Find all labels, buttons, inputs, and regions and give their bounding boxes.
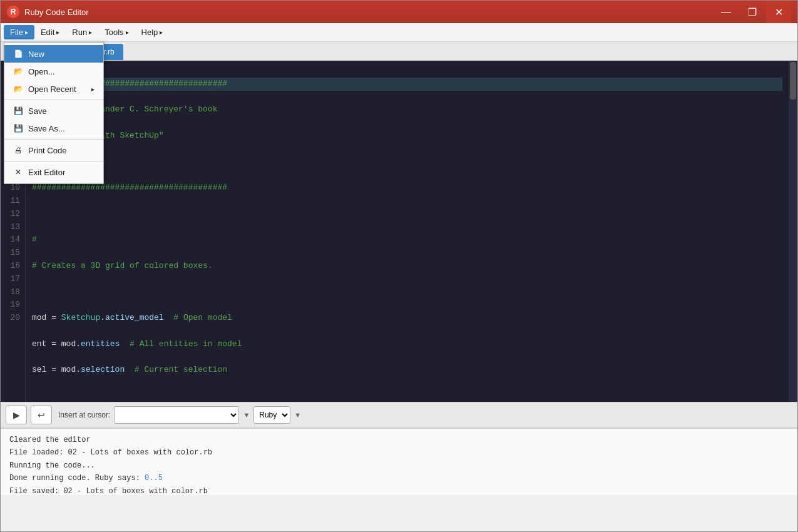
menu-open-recent[interactable]: 📂 Open Recent ▸ <box>4 80 103 98</box>
menu-help[interactable]: Help ▸ <box>135 25 170 39</box>
status-line-5: File saved: 02 - Lots of boxes with colo… <box>9 485 789 495</box>
open-recent-icon: 📂 <box>13 84 23 94</box>
menu-save-as-label: Save As... <box>28 124 65 133</box>
insert-select[interactable] <box>114 406 239 424</box>
menu-tools[interactable]: Tools ▸ <box>98 25 135 39</box>
status-line-3: Running the code... <box>9 459 789 472</box>
menu-save-label: Save <box>28 106 47 116</box>
insert-label: Insert at cursor: <box>58 411 110 419</box>
menu-help-arrow: ▸ <box>160 29 163 36</box>
menu-tools-label: Tools <box>105 28 123 37</box>
exit-icon: ✕ <box>13 167 23 177</box>
menu-help-label: Help <box>141 28 158 37</box>
line-num-16: 16 <box>6 260 20 273</box>
tab-bar: 02 - Lots of boxes with color.rb <box>1 42 797 61</box>
line-num-14: 14 <box>6 233 20 247</box>
menu-exit-label: Exit Editor <box>28 168 65 177</box>
main-window: R Ruby Code Editor — ❐ ✕ File ▸ Edit ▸ R… <box>0 0 798 532</box>
menu-save-as[interactable]: 💾 Save As... <box>4 120 103 137</box>
code-line-top4: ######################################## <box>32 182 782 195</box>
scrollbar-thumb[interactable] <box>790 62 796 100</box>
menu-exit[interactable]: ✕ Exit Editor <box>4 163 103 181</box>
separator-3 <box>4 161 103 161</box>
menu-edit[interactable]: Edit ▸ <box>34 25 66 39</box>
code-line-8: # Creates a 3D grid of colored boxes. <box>32 260 782 273</box>
open-recent-arrow: ▸ <box>91 86 95 93</box>
file-dropdown: 📄 New 📂 Open... 📂 Open Recent ▸ 💾 Save 💾… <box>4 42 104 184</box>
menu-run-label: Run <box>72 28 87 37</box>
menu-file-arrow: ▸ <box>25 29 28 36</box>
code-line-blank2 <box>32 208 782 221</box>
menu-bar: File ▸ Edit ▸ Run ▸ Tools ▸ Help ▸ 📄 New… <box>1 23 797 42</box>
new-icon: 📄 <box>13 49 23 59</box>
line-num-11: 11 <box>6 195 20 208</box>
status-line-4: Done running code. Ruby says: 0..5 <box>9 472 789 484</box>
language-dropdown-arrow: ▼ <box>294 411 301 419</box>
print-icon: 🖨 <box>13 145 23 155</box>
menu-open[interactable]: 📂 Open... <box>4 63 103 80</box>
line-num-13: 13 <box>6 221 20 234</box>
separator-1 <box>4 100 103 100</box>
menu-edit-label: Edit <box>41 28 54 37</box>
menu-open-label: Open... <box>28 67 55 76</box>
window-title: Ruby Code Editor <box>24 8 714 17</box>
title-bar: R Ruby Code Editor — ❐ ✕ <box>1 1 797 23</box>
line-num-12: 12 <box>6 208 20 221</box>
toolbar: ▶ ↩ Insert at cursor: ▼ Ruby ▼ <box>1 402 797 428</box>
code-line-top2: mple from Alexander C. Schreyer's book <box>32 103 782 116</box>
code-editor[interactable]: ########################################… <box>26 61 789 402</box>
code-line-13 <box>32 390 782 402</box>
code-line-top3: tural Design with SketchUp" <box>32 130 782 143</box>
separator-2 <box>4 139 103 140</box>
ruby-output-link[interactable]: 0..5 <box>145 474 163 483</box>
menu-open-recent-label: Open Recent <box>28 84 76 94</box>
run-icon: ▶ <box>13 410 20 420</box>
window-controls: — ❐ ✕ <box>714 1 791 23</box>
menu-new-label: New <box>28 49 44 59</box>
undo-button[interactable]: ↩ <box>31 406 52 424</box>
editor-container: 7 8 9 10 11 12 13 14 15 16 17 18 19 20 #… <box>1 61 797 402</box>
menu-new[interactable]: 📄 New <box>4 45 103 63</box>
maximize-button[interactable]: ❐ <box>740 1 765 23</box>
menu-save[interactable]: 💾 Save <box>4 102 103 120</box>
status-line-1: Cleared the editor <box>9 434 789 446</box>
menu-print[interactable]: 🖨 Print Code <box>4 141 103 159</box>
code-line-12: sel = mod.selection # Current selection <box>32 364 782 377</box>
status-area: Cleared the editor File loaded: 02 - Lot… <box>1 428 797 495</box>
code-line-11: ent = mod.entities # All entities in mod… <box>32 338 782 351</box>
save-as-icon: 💾 <box>13 123 23 133</box>
minimize-button[interactable]: — <box>714 1 739 23</box>
insert-dropdown-arrow: ▼ <box>243 411 250 419</box>
code-line-10: mod = Sketchup.active_model # Open model <box>32 312 782 325</box>
line-num-15: 15 <box>6 247 20 260</box>
code-line-top1: ######################################## <box>32 78 782 91</box>
line-num-19: 19 <box>6 299 20 312</box>
menu-print-label: Print Code <box>28 146 66 155</box>
menu-run-arrow: ▸ <box>89 29 92 36</box>
language-select[interactable]: Ruby <box>253 406 290 424</box>
close-button[interactable]: ✕ <box>766 1 791 23</box>
line-num-18: 18 <box>6 286 20 299</box>
app-icon-letter: R <box>11 8 16 16</box>
save-icon: 💾 <box>13 106 23 116</box>
menu-edit-arrow: ▸ <box>56 29 59 36</box>
line-num-17: 17 <box>6 273 20 286</box>
scrollbar[interactable] <box>789 61 797 402</box>
code-line-7: # <box>32 233 782 247</box>
run-button[interactable]: ▶ <box>6 406 27 424</box>
app-icon: R <box>7 6 19 18</box>
undo-icon: ↩ <box>38 410 45 420</box>
menu-file-label: File <box>10 28 23 37</box>
code-line-9 <box>32 286 782 299</box>
code-line-blank1 <box>32 156 782 169</box>
menu-tools-arrow: ▸ <box>126 29 129 36</box>
menu-run[interactable]: Run ▸ <box>66 25 98 39</box>
open-icon: 📂 <box>13 66 23 76</box>
status-line-2: File loaded: 02 - Lots of boxes with col… <box>9 446 789 459</box>
menu-file[interactable]: File ▸ <box>4 25 34 39</box>
line-num-20: 20 <box>6 312 20 325</box>
